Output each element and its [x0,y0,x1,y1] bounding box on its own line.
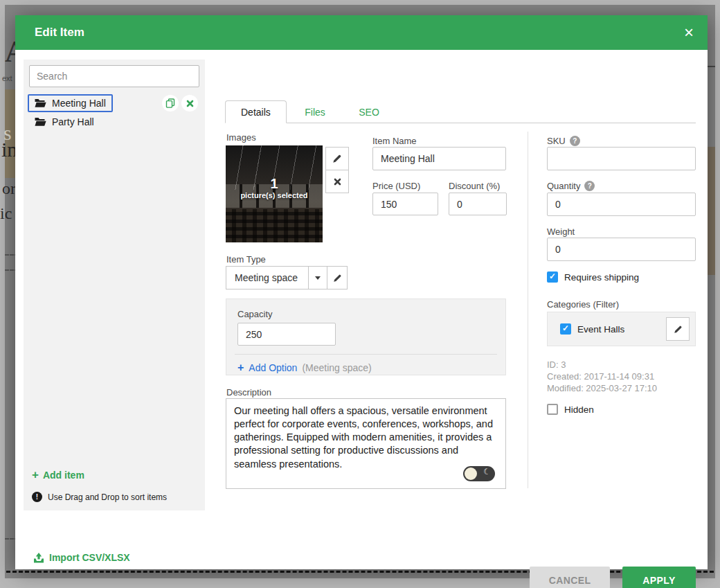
list-item-label: Meeting Hall [52,98,106,109]
item-name-label: Item Name [372,136,417,146]
item-list: Meeting Hall [24,93,205,464]
apply-button[interactable]: APPLY [622,567,696,588]
quantity-input[interactable] [547,193,696,216]
plus-icon: + [32,468,39,482]
backdrop-text-fragment: ext [2,74,12,82]
pencil-icon [674,325,683,334]
dark-mode-toggle[interactable]: ☾ [463,466,495,481]
items-panel: Meeting Hall [24,60,205,510]
event-halls-checkbox[interactable] [560,323,571,335]
list-item-meeting-hall: Meeting Hall [28,94,201,112]
close-icon[interactable]: × [684,24,694,41]
x-icon [334,178,341,186]
event-halls-label: Event Halls [577,324,624,335]
duplicate-item-button[interactable] [162,95,179,112]
help-icon[interactable]: ? [570,136,580,146]
plus-icon: + [237,362,244,374]
options-panel: Capacity + Add Option (Meeting space) [226,299,506,375]
import-icon [33,553,44,563]
photo-overlay: 1 picture(s) selected [226,176,323,199]
cancel-button[interactable]: CANCEL [530,567,610,588]
edit-images-button[interactable] [325,147,349,170]
info-icon: ! [32,492,42,502]
categories-label: Categories (Filter) [547,299,696,310]
modal-header: Edit Item × [15,15,708,50]
items-panel-footer: + Add item ! Use Drag and Drop to sort i… [24,464,205,510]
item-meta: ID: 3 Created: 2017-11-14 09:31 Modified… [547,359,696,394]
hidden-row[interactable]: Hidden [547,404,594,415]
edit-item-modal: Edit Item × Meeting Hall [15,15,708,569]
weight-input[interactable] [547,238,696,261]
modal-title: Edit Item [35,26,84,39]
item-type-control: Meeting space [226,266,348,289]
item-id: ID: 3 [547,359,696,371]
add-item-label: Add item [43,470,84,481]
moon-icon: ☾ [483,467,491,476]
import-csv-button[interactable]: Import CSV/XLSX [33,552,130,563]
image-buttons [325,147,349,193]
sku-label: SKU [547,136,566,146]
discount-label: Discount (%) [449,181,500,191]
delete-item-button[interactable] [181,95,198,112]
description-wrap: Our meeting hall offers a spacious, vers… [226,398,506,489]
requires-shipping-label: Requires shipping [564,272,639,283]
folder-icon [35,117,46,127]
list-item-chip[interactable]: Party Hall [28,113,101,131]
column-divider [528,132,528,488]
list-item-party-hall: Party Hall [28,113,201,131]
item-type-dropdown-button[interactable] [308,266,327,289]
item-type-label: Item Type [226,254,266,265]
toggle-knob [465,467,477,480]
list-item-label: Party Hall [52,116,94,127]
pencil-icon [333,274,342,283]
item-actions [162,95,201,112]
x-icon [186,100,194,107]
requires-shipping-checkbox[interactable] [547,271,558,283]
backdrop-text-fragment: or [2,179,16,198]
tab-files[interactable]: Files [289,101,341,124]
folder-icon [35,98,46,108]
item-name-input[interactable] [372,147,506,170]
categories-panel: Event Halls [547,312,696,346]
item-photo-thumbnail[interactable]: 1 picture(s) selected [226,145,323,242]
quantity-label: Quantity [547,181,580,191]
weight-label: Weight [547,226,696,237]
category-row[interactable]: Event Halls [560,323,624,335]
help-icon[interactable]: ? [584,181,595,191]
tab-bar: Details Files SEO [225,100,696,123]
backdrop-text-fragment: ic [0,204,12,223]
price-label: Price (USD) [372,181,420,191]
list-item-chip[interactable]: Meeting Hall [28,94,113,112]
edit-categories-button[interactable] [666,317,690,341]
backdrop-block [707,147,715,275]
price-input[interactable] [372,193,438,215]
sku-input[interactable] [547,147,696,170]
photo-chairs [226,209,323,242]
item-type-select[interactable]: Meeting space [226,266,309,289]
capacity-input[interactable] [237,323,336,346]
modal-body: Meeting Hall [15,50,708,569]
pictures-selected-count: 1 [226,176,323,191]
tab-details[interactable]: Details [225,100,287,123]
pictures-selected-caption: picture(s) selected [226,191,323,199]
pencil-icon [332,154,342,163]
item-type-edit-button[interactable] [327,266,348,289]
sort-hint: ! Use Drag and Drop to sort items [32,492,197,502]
item-modified: Modified: 2025-03-27 17:10 [547,382,696,394]
hidden-checkbox[interactable] [547,404,558,415]
requires-shipping-row[interactable]: Requires shipping [547,271,639,283]
capacity-label: Capacity [237,309,494,319]
discount-input[interactable] [449,193,507,215]
divider [235,354,497,355]
tab-seo[interactable]: SEO [343,101,395,124]
add-item-button[interactable]: + Add item [32,468,197,482]
description-label: Description [226,387,271,398]
chevron-down-icon [315,276,321,280]
item-created: Created: 2017-11-14 09:31 [547,371,696,382]
remove-images-button[interactable] [325,170,349,193]
add-option-row: + Add Option (Meeting space) [237,362,494,374]
images-label: Images [226,132,256,143]
add-option-button[interactable]: Add Option [249,362,297,373]
search-input[interactable] [29,65,199,87]
add-option-hint: (Meeting space) [302,362,371,373]
